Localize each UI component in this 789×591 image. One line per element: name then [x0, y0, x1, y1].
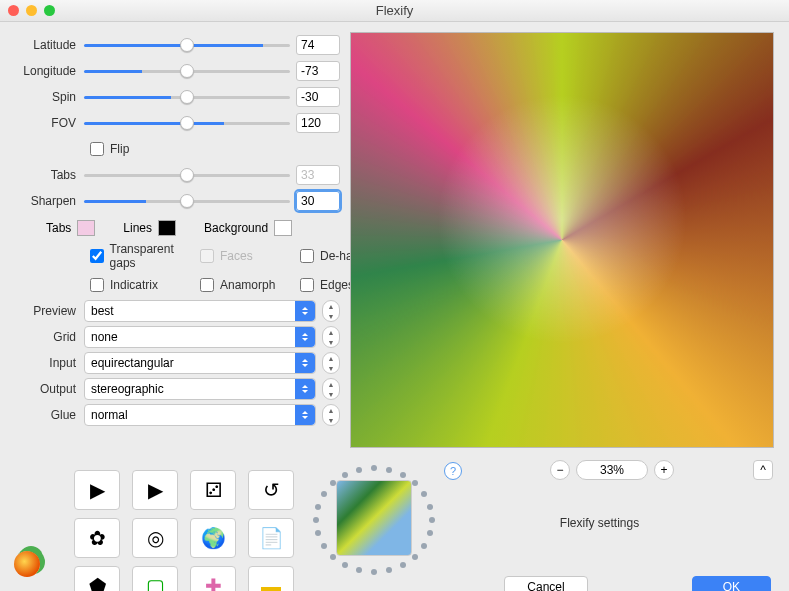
flower-icon[interactable]: ✿ — [74, 518, 120, 558]
spin-slider[interactable] — [84, 96, 290, 99]
input-dropdown[interactable]: equirectangular — [84, 352, 316, 374]
controls-panel: Latitude Longitude Spin FOV Flip Tabs — [12, 32, 340, 448]
page-icon[interactable]: 📄 — [248, 518, 294, 558]
sharpen-slider[interactable] — [84, 200, 290, 203]
grid-label: Grid — [12, 330, 84, 344]
output-dropdown[interactable]: stereographic — [84, 378, 316, 400]
window-title: Flexify — [0, 3, 789, 18]
zoom-in-button[interactable]: + — [654, 460, 674, 480]
play-blue-icon[interactable]: ▶ — [132, 470, 178, 510]
globe-thumbnail — [336, 480, 412, 556]
preset-button-grid: ▶ ▶ ⚂ ↺ ✿ ◎ 🌍 📄 ⬟ ▢ ✚ ▬ — [74, 470, 294, 591]
orientation-dot[interactable] — [321, 491, 327, 497]
chevron-updown-icon — [295, 405, 315, 425]
titlebar: Flexify — [0, 0, 789, 22]
preview-stepper[interactable]: ▲▼ — [322, 300, 340, 322]
output-label: Output — [12, 382, 84, 396]
orientation-dot[interactable] — [412, 480, 418, 486]
play-red-icon[interactable]: ▶ — [74, 470, 120, 510]
glue-dropdown[interactable]: normal — [84, 404, 316, 426]
orientation-dot[interactable] — [315, 530, 321, 536]
glue-stepper[interactable]: ▲▼ — [322, 404, 340, 426]
chevron-updown-icon — [295, 301, 315, 321]
chevron-updown-icon — [295, 353, 315, 373]
brick-yellow-icon[interactable]: ▬ — [248, 566, 294, 591]
plus-pink-icon[interactable]: ✚ — [190, 566, 236, 591]
orientation-dot[interactable] — [356, 567, 362, 573]
orientation-dot[interactable] — [342, 472, 348, 478]
output-stepper[interactable]: ▲▼ — [322, 378, 340, 400]
grid-dropdown[interactable]: none — [84, 326, 316, 348]
orientation-dot[interactable] — [321, 543, 327, 549]
zoom-out-button[interactable]: − — [550, 460, 570, 480]
dice-icon[interactable]: ⚂ — [190, 470, 236, 510]
preview-dropdown[interactable]: best — [84, 300, 316, 322]
input-stepper[interactable]: ▲▼ — [322, 352, 340, 374]
orientation-dot[interactable] — [386, 467, 392, 473]
square-green-icon[interactable]: ▢ — [132, 566, 178, 591]
help-button[interactable]: ? — [444, 462, 462, 480]
orientation-dot[interactable] — [371, 569, 377, 575]
sharpen-label: Sharpen — [12, 194, 84, 208]
spin-label: Spin — [12, 90, 84, 104]
app-icon[interactable] — [14, 551, 40, 577]
tabs-color-swatch[interactable] — [77, 220, 95, 236]
spin-value[interactable] — [296, 87, 340, 107]
cancel-button[interactable]: Cancel — [504, 576, 587, 591]
transparent-gaps-checkbox[interactable]: Transparent gaps — [90, 242, 200, 270]
input-label: Input — [12, 356, 84, 370]
gem-icon[interactable]: ⬟ — [74, 566, 120, 591]
grid-stepper[interactable]: ▲▼ — [322, 326, 340, 348]
latitude-value[interactable] — [296, 35, 340, 55]
tabs-value — [296, 165, 340, 185]
orientation-dot[interactable] — [330, 554, 336, 560]
orientation-dot[interactable] — [421, 543, 427, 549]
fov-label: FOV — [12, 116, 84, 130]
zoom-value[interactable]: 33% — [576, 460, 648, 480]
orientation-dot[interactable] — [412, 554, 418, 560]
indicatrix-checkbox[interactable]: Indicatrix — [90, 278, 200, 292]
latitude-label: Latitude — [12, 38, 84, 52]
background-swatch-label: Background — [204, 221, 268, 235]
orientation-dot[interactable] — [342, 562, 348, 568]
orientation-dot[interactable] — [427, 504, 433, 510]
flip-checkbox[interactable]: Flip — [90, 142, 129, 156]
lines-swatch-label: Lines — [123, 221, 152, 235]
undo-icon[interactable]: ↺ — [248, 470, 294, 510]
preview-image[interactable] — [350, 32, 774, 448]
orientation-dot[interactable] — [371, 465, 377, 471]
orientation-dot[interactable] — [315, 504, 321, 510]
sharpen-value[interactable] — [296, 191, 340, 211]
orientation-dot[interactable] — [421, 491, 427, 497]
ring-icon[interactable]: ◎ — [132, 518, 178, 558]
longitude-slider[interactable] — [84, 70, 290, 73]
orientation-dot[interactable] — [313, 517, 319, 523]
orientation-dot[interactable] — [400, 472, 406, 478]
orientation-dot[interactable] — [400, 562, 406, 568]
orientation-dot[interactable] — [427, 530, 433, 536]
longitude-label: Longitude — [12, 64, 84, 78]
background-color-swatch[interactable] — [274, 220, 292, 236]
ok-button[interactable]: OK — [692, 576, 771, 591]
preview-label: Preview — [12, 304, 84, 318]
tabs-slider-label: Tabs — [12, 168, 84, 182]
orientation-globe[interactable] — [304, 460, 444, 580]
settings-title: Flexify settings — [462, 516, 737, 530]
fov-value[interactable] — [296, 113, 340, 133]
tabs-swatch-label: Tabs — [46, 221, 71, 235]
tabs-slider[interactable] — [84, 174, 290, 177]
orientation-dot[interactable] — [429, 517, 435, 523]
latitude-slider[interactable] — [84, 44, 290, 47]
orientation-dot[interactable] — [356, 467, 362, 473]
chevron-updown-icon — [295, 379, 315, 399]
preview-content — [351, 33, 773, 447]
longitude-value[interactable] — [296, 61, 340, 81]
glue-label: Glue — [12, 408, 84, 422]
expand-button[interactable]: ^ — [753, 460, 773, 480]
chevron-updown-icon — [295, 327, 315, 347]
orientation-dot[interactable] — [386, 567, 392, 573]
anamorph-checkbox[interactable]: Anamorph — [200, 278, 300, 292]
fov-slider[interactable] — [84, 122, 290, 125]
globe-icon[interactable]: 🌍 — [190, 518, 236, 558]
lines-color-swatch[interactable] — [158, 220, 176, 236]
